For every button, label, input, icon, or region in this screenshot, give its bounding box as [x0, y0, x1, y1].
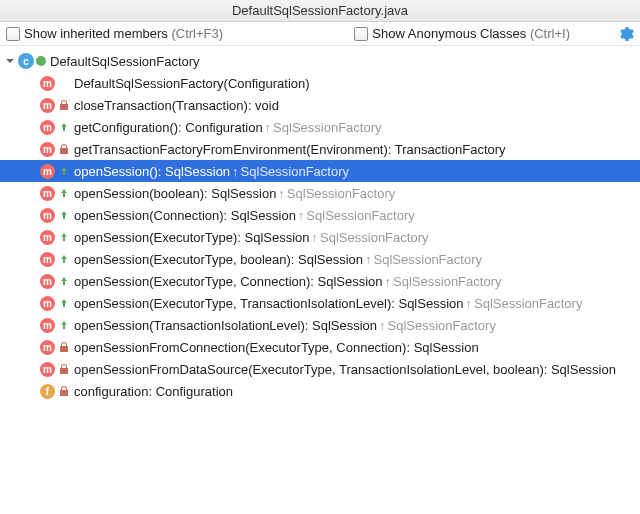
member-row[interactable]: mopenSession(ExecutorType, TransactionIs…	[0, 292, 640, 314]
method-icon: m	[40, 120, 55, 135]
member-row[interactable]: mDefaultSqlSessionFactory(Configuration)	[0, 72, 640, 94]
member-row[interactable]: mgetTransactionFactoryFromEnvironment(En…	[0, 138, 640, 160]
member-row[interactable]: mopenSession(ExecutorType): SqlSession ↑…	[0, 226, 640, 248]
up-arrow-icon: ↑	[265, 120, 272, 135]
member-row[interactable]: mopenSession(boolean): SqlSession ↑SqlSe…	[0, 182, 640, 204]
title-bar: DefaultSqlSessionFactory.java	[0, 0, 640, 22]
member-signature: openSession(boolean): SqlSession	[74, 186, 276, 201]
override-icon	[58, 209, 70, 221]
member-signature: configuration: Configuration	[74, 384, 233, 399]
class-icon: c	[18, 53, 34, 69]
member-signature: openSession(ExecutorType, boolean): SqlS…	[74, 252, 363, 267]
gear-icon[interactable]	[618, 26, 634, 42]
show-anon-checkbox[interactable]	[354, 27, 368, 41]
method-icon: m	[40, 164, 55, 179]
method-icon: m	[40, 318, 55, 333]
show-anon-text: Show Anonymous Classes	[372, 26, 526, 41]
super-interface: SqlSessionFactory	[306, 208, 414, 223]
expander-icon[interactable]	[4, 55, 16, 67]
member-signature: openSession(ExecutorType, Connection): S…	[74, 274, 383, 289]
member-row[interactable]: fconfiguration: Configuration	[0, 380, 640, 402]
super-interface: SqlSessionFactory	[388, 318, 496, 333]
file-title: DefaultSqlSessionFactory.java	[232, 3, 408, 18]
lock-icon	[58, 99, 70, 111]
member-signature: getConfiguration(): Configuration	[74, 120, 263, 135]
implements-icon	[36, 56, 46, 66]
member-signature: openSession(ExecutorType, TransactionIso…	[74, 296, 464, 311]
method-icon: m	[40, 186, 55, 201]
method-icon: m	[40, 340, 55, 355]
method-icon: m	[40, 362, 55, 377]
member-row[interactable]: mopenSession(ExecutorType, Connection): …	[0, 270, 640, 292]
blank-gutter	[58, 77, 70, 89]
toolbar: Show inherited members (Ctrl+F3) Show An…	[0, 22, 640, 46]
show-inherited-text: Show inherited members	[24, 26, 168, 41]
override-icon	[58, 319, 70, 331]
show-inherited-label[interactable]: Show inherited members (Ctrl+F3)	[24, 26, 223, 41]
show-inherited-checkbox[interactable]	[6, 27, 20, 41]
member-signature: openSession(Connection): SqlSession	[74, 208, 296, 223]
up-arrow-icon: ↑	[365, 252, 372, 267]
show-anon-label[interactable]: Show Anonymous Classes (Ctrl+I)	[372, 26, 570, 41]
field-icon: f	[40, 384, 55, 399]
member-signature: openSession(): SqlSession	[74, 164, 230, 179]
class-row[interactable]: cDefaultSqlSessionFactory	[0, 50, 640, 72]
member-signature: openSessionFromConnection(ExecutorType, …	[74, 340, 479, 355]
override-icon	[58, 253, 70, 265]
override-icon	[58, 187, 70, 199]
show-inherited-hint: (Ctrl+F3)	[171, 26, 223, 41]
super-interface: SqlSessionFactory	[287, 186, 395, 201]
member-signature: openSession(ExecutorType): SqlSession	[74, 230, 310, 245]
member-row[interactable]: mopenSession(): SqlSession ↑SqlSessionFa…	[0, 160, 640, 182]
up-arrow-icon: ↑	[232, 164, 239, 179]
member-signature: openSession(TransactionIsolationLevel): …	[74, 318, 377, 333]
override-icon	[58, 275, 70, 287]
member-signature: openSessionFromDataSource(ExecutorType, …	[74, 362, 616, 377]
override-icon	[58, 165, 70, 177]
member-row[interactable]: mopenSession(ExecutorType, boolean): Sql…	[0, 248, 640, 270]
member-signature: closeTransaction(Transaction): void	[74, 98, 279, 113]
override-icon	[58, 297, 70, 309]
up-arrow-icon: ↑	[466, 296, 473, 311]
structure-tree[interactable]: cDefaultSqlSessionFactorymDefaultSqlSess…	[0, 46, 640, 514]
class-name: DefaultSqlSessionFactory	[50, 54, 200, 69]
method-icon: m	[40, 208, 55, 223]
method-icon: m	[40, 296, 55, 311]
lock-icon	[58, 363, 70, 375]
override-icon	[58, 121, 70, 133]
member-signature: DefaultSqlSessionFactory(Configuration)	[74, 76, 310, 91]
super-interface: SqlSessionFactory	[474, 296, 582, 311]
up-arrow-icon: ↑	[312, 230, 319, 245]
show-anon-hint: (Ctrl+I)	[530, 26, 570, 41]
super-interface: SqlSessionFactory	[241, 164, 349, 179]
method-icon: m	[40, 274, 55, 289]
member-row[interactable]: mopenSession(Connection): SqlSession ↑Sq…	[0, 204, 640, 226]
up-arrow-icon: ↑	[379, 318, 386, 333]
lock-icon	[58, 143, 70, 155]
up-arrow-icon: ↑	[278, 186, 285, 201]
member-row[interactable]: mopenSessionFromConnection(ExecutorType,…	[0, 336, 640, 358]
member-row[interactable]: mopenSessionFromDataSource(ExecutorType,…	[0, 358, 640, 380]
super-interface: SqlSessionFactory	[320, 230, 428, 245]
method-icon: m	[40, 252, 55, 267]
lock-icon	[58, 385, 70, 397]
up-arrow-icon: ↑	[298, 208, 305, 223]
super-interface: SqlSessionFactory	[374, 252, 482, 267]
member-signature: getTransactionFactoryFromEnvironment(Env…	[74, 142, 506, 157]
lock-icon	[58, 341, 70, 353]
super-interface: SqlSessionFactory	[393, 274, 501, 289]
super-interface: SqlSessionFactory	[273, 120, 381, 135]
member-row[interactable]: mgetConfiguration(): Configuration ↑SqlS…	[0, 116, 640, 138]
method-icon: m	[40, 76, 55, 91]
method-icon: m	[40, 230, 55, 245]
method-icon: m	[40, 142, 55, 157]
method-icon: m	[40, 98, 55, 113]
override-icon	[58, 231, 70, 243]
up-arrow-icon: ↑	[385, 274, 392, 289]
member-row[interactable]: mcloseTransaction(Transaction): void	[0, 94, 640, 116]
member-row[interactable]: mopenSession(TransactionIsolationLevel):…	[0, 314, 640, 336]
